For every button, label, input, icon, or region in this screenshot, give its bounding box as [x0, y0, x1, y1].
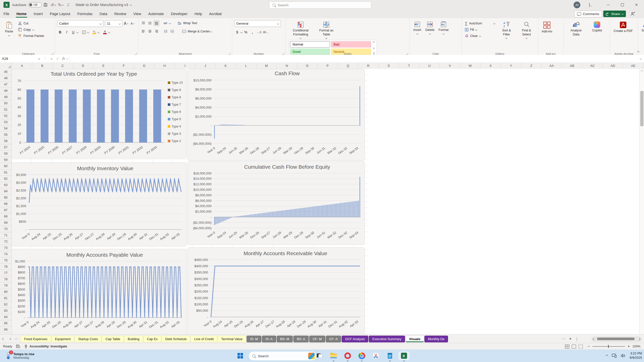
row-header-58[interactable]: 58: [0, 151, 12, 157]
copy-button[interactable]: Copy: [17, 26, 45, 33]
underline-menu-icon[interactable]: [76, 31, 78, 33]
align-middle-button[interactable]: [147, 20, 153, 26]
row-header-53[interactable]: 53: [0, 119, 12, 125]
catch-up-icon[interactable]: [630, 12, 635, 16]
orientation-button[interactable]: ab: [163, 20, 169, 26]
zoom-slider[interactable]: [592, 346, 625, 347]
snipping-tool-button[interactable]: [370, 351, 381, 360]
sheet-tab-cap-ex[interactable]: Cap Ex: [143, 336, 161, 342]
row-header-67[interactable]: 67: [0, 207, 12, 213]
prev-sheet-button[interactable]: [0, 336, 7, 342]
menu-tab-formulas[interactable]: Formulas: [74, 10, 96, 18]
column-header-AB[interactable]: AB: [562, 62, 582, 69]
increase-indent-button[interactable]: [169, 28, 175, 34]
menu-tab-file[interactable]: File: [0, 10, 13, 18]
fx-menu-icon[interactable]: [66, 58, 68, 60]
row-header-81[interactable]: 81: [0, 295, 12, 301]
column-header-I[interactable]: I: [175, 62, 195, 69]
column-header-J[interactable]: J: [195, 62, 216, 69]
row-header-45[interactable]: 45: [0, 69, 12, 75]
sheet-grid[interactable]: 4546474849505152535455565758596061626364…: [0, 69, 644, 334]
cell-style-bad[interactable]: Bad: [331, 41, 371, 48]
sort-filter-button[interactable]: AZ Sort & Filter: [497, 20, 516, 40]
row-header-46[interactable]: 46: [0, 75, 12, 81]
conditional-formatting-button[interactable]: Conditional Formatting: [288, 20, 313, 40]
sheet-tab-equipment[interactable]: Equipment: [52, 336, 74, 342]
accounting-format-button[interactable]: $: [234, 29, 240, 35]
column-header-N[interactable]: N: [277, 62, 297, 69]
row-header-50[interactable]: 50: [0, 100, 12, 107]
save-button[interactable]: [42, 1, 49, 8]
feedback-button[interactable]: [589, 3, 590, 7]
row-header-82[interactable]: 82: [0, 301, 12, 308]
document-title[interactable]: Made to Order Manufacturing v3: [75, 3, 132, 7]
new-sheet-button[interactable]: +: [567, 336, 574, 342]
increase-font-button[interactable]: A˄: [123, 21, 129, 27]
column-header-G[interactable]: G: [134, 62, 154, 69]
row-header-66[interactable]: 66: [0, 201, 12, 207]
align-right-button[interactable]: [153, 28, 159, 34]
row-header-56[interactable]: 56: [0, 138, 12, 144]
insert-function-icon[interactable]: fx: [61, 56, 67, 62]
next-sheet-button[interactable]: [7, 336, 13, 342]
sheet-tab-terminal-value[interactable]: Terminal Value: [218, 336, 246, 342]
row-header-77[interactable]: 77: [0, 270, 12, 276]
restore-button[interactable]: [617, 1, 628, 9]
zoom-out-button[interactable]: −: [587, 344, 590, 349]
undo-button[interactable]: ↺: [49, 1, 57, 8]
menu-tab-help[interactable]: Help: [191, 10, 206, 18]
row-header-75[interactable]: 75: [0, 257, 12, 264]
zoom-level[interactable]: 100%: [632, 345, 640, 348]
enter-icon[interactable]: ✓: [55, 56, 61, 62]
close-button[interactable]: ×: [631, 1, 642, 9]
cut-button[interactable]: Cut: [17, 20, 45, 26]
menu-tab-developer[interactable]: Developer: [167, 10, 191, 18]
column-header-D[interactable]: D: [73, 62, 93, 69]
expand-formula-bar-icon[interactable]: [640, 58, 642, 60]
menu-tab-review[interactable]: Review: [111, 10, 130, 18]
sheet-tab-cap-table[interactable]: Cap Table: [102, 336, 124, 342]
dialog-launcher-icon[interactable]: [134, 53, 137, 55]
row-header-61[interactable]: 61: [0, 169, 12, 176]
row-header-59[interactable]: 59: [0, 157, 12, 163]
cell-style-normal[interactable]: Normal: [290, 41, 330, 48]
chrome-button[interactable]: [356, 351, 367, 360]
vertical-scroll-thumb[interactable]: [640, 91, 643, 126]
borders-button[interactable]: [81, 29, 87, 35]
sheet-tab-cf-a[interactable]: CF- A: [326, 336, 341, 342]
format-cells-button[interactable]: Format: [437, 20, 450, 36]
chart-units-by-type[interactable]: Total Units Ordered per Year by Type7060…: [12, 69, 187, 158]
align-bottom-button[interactable]: [153, 20, 159, 26]
column-header-H[interactable]: H: [154, 62, 175, 69]
sheet-tab-is-m[interactable]: IS- M: [247, 336, 261, 342]
column-header-AC[interactable]: AC: [582, 62, 603, 69]
row-header-70[interactable]: 70: [0, 226, 12, 232]
row-header-85[interactable]: 85: [0, 320, 12, 327]
underline-button[interactable]: U: [70, 29, 76, 35]
column-header-S[interactable]: S: [379, 62, 399, 69]
row-header-71[interactable]: 71: [0, 232, 12, 239]
fill-color-menu-icon[interactable]: [98, 31, 100, 33]
sheet-tab-startup-costs[interactable]: Startup Costs: [75, 336, 102, 342]
menu-tab-acrobat[interactable]: Acrobat: [206, 10, 225, 18]
sheet-tab-executive-summary[interactable]: Executive Summary: [369, 336, 405, 342]
chart-monthly-accounts-receivable[interactable]: Monthly Accounts Receivable Value$450,00…: [187, 247, 365, 335]
row-header-84[interactable]: 84: [0, 314, 12, 320]
formula-input[interactable]: [70, 55, 637, 62]
row-header-47[interactable]: 47: [0, 81, 12, 88]
align-center-button[interactable]: [147, 28, 153, 34]
column-header-X[interactable]: X: [480, 62, 501, 69]
horizontal-scroll-thumb[interactable]: [597, 338, 635, 340]
row-header-86[interactable]: 86: [0, 327, 12, 333]
cast-device-icon[interactable]: [612, 354, 617, 358]
menu-tab-page-layout[interactable]: Page Layout: [46, 10, 74, 18]
column-header-E[interactable]: E: [93, 62, 114, 69]
column-header-L[interactable]: L: [236, 62, 256, 69]
column-header-W[interactable]: W: [460, 62, 480, 69]
row-header-69[interactable]: 69: [0, 220, 12, 226]
zoom-in-button[interactable]: +: [628, 344, 630, 349]
search-box[interactable]: Search: [269, 2, 371, 9]
font-color-button[interactable]: A: [102, 29, 108, 35]
column-header-AA[interactable]: AA: [542, 62, 562, 69]
task-view-button[interactable]: [314, 351, 325, 360]
